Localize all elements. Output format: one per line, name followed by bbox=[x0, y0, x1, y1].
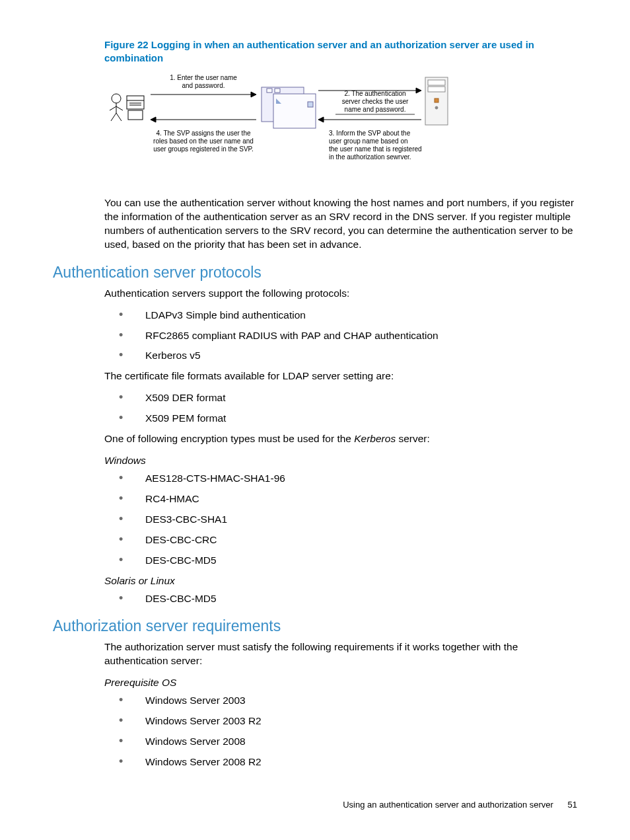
svg-rect-5 bbox=[128, 110, 143, 120]
figure-caption: Figure 22 Logging in when an authenticat… bbox=[104, 38, 577, 64]
diagram-step4-line3: user groups registered in the SVP. bbox=[153, 145, 254, 153]
diagram-svg: 1. Enter the user name and password. 2. … bbox=[104, 72, 461, 178]
diagram-step4-line2: roles based on the user name and bbox=[153, 137, 254, 145]
list-item: AES128-CTS-HMAC-SHA1-96 bbox=[104, 472, 577, 486]
windows-enc-list: AES128-CTS-HMAC-SHA1-96 RC4-HMAC DES3-CB… bbox=[104, 472, 577, 568]
list-item: RFC2865 compliant RADIUS with PAP and CH… bbox=[104, 329, 577, 343]
diagram-step3-line2: user group name based on bbox=[329, 137, 408, 145]
cert-list: X509 DER format X509 PEM format bbox=[104, 391, 577, 426]
cert-intro: The certificate file formats available f… bbox=[104, 369, 577, 383]
svg-rect-12 bbox=[267, 89, 272, 93]
protocol-list: LDAPv3 Simple bind authentication RFC286… bbox=[104, 309, 577, 363]
svg-marker-18 bbox=[416, 88, 421, 93]
list-item: Kerberos v5 bbox=[104, 349, 577, 363]
intro-paragraph: You can use the authentication server wi… bbox=[104, 196, 577, 252]
svg-rect-22 bbox=[428, 80, 445, 85]
os-list: Windows Server 2003 Windows Server 2003 … bbox=[104, 694, 577, 769]
svg-point-0 bbox=[112, 94, 121, 103]
list-item: Windows Server 2008 R2 bbox=[104, 755, 577, 769]
list-item: Windows Server 2003 bbox=[104, 694, 577, 708]
list-item: LDAPv3 Simple bind authentication bbox=[104, 309, 577, 323]
heading-auth-protocols: Authentication server protocols bbox=[53, 264, 577, 282]
svg-rect-1 bbox=[127, 96, 144, 109]
diagram-step2-line1: 2. The authentication bbox=[344, 90, 405, 97]
svg-rect-15 bbox=[308, 102, 313, 107]
list-item: DES3-CBC-SHA1 bbox=[104, 513, 577, 527]
page-number: 51 bbox=[568, 800, 577, 810]
svg-rect-13 bbox=[275, 89, 280, 93]
windows-label: Windows bbox=[104, 454, 577, 468]
heading-authz-requirements: Authorization server requirements bbox=[53, 617, 577, 635]
footer-text: Using an authentication server and autho… bbox=[343, 800, 553, 810]
list-item: DES-CBC-CRC bbox=[104, 533, 577, 547]
svg-rect-24 bbox=[435, 98, 438, 102]
list-item: Windows Server 2003 R2 bbox=[104, 714, 577, 728]
svg-marker-20 bbox=[318, 117, 324, 122]
svg-point-25 bbox=[435, 106, 438, 109]
diagram-step1-line2: and password. bbox=[182, 82, 225, 89]
prereq-os-label: Prerequisite OS bbox=[104, 676, 577, 690]
page-footer: Using an authentication server and autho… bbox=[343, 800, 577, 810]
svg-rect-23 bbox=[428, 87, 445, 92]
list-item: X509 DER format bbox=[104, 391, 577, 405]
list-item: RC4-HMAC bbox=[104, 492, 577, 506]
figure-22-diagram: 1. Enter the user name and password. 2. … bbox=[104, 72, 577, 178]
auth-protocols-intro: Authentication servers support the follo… bbox=[104, 287, 577, 301]
document-page: Figure 22 Logging in when an authenticat… bbox=[0, 0, 630, 840]
diagram-step2-line3: name and password. bbox=[345, 106, 406, 113]
unix-label: Solaris or Linux bbox=[104, 574, 577, 588]
list-item: DES-CBC-MD5 bbox=[104, 592, 577, 606]
diagram-step2-line2: server checks the user bbox=[342, 98, 409, 105]
diagram-step3-line3: the user name that is registered bbox=[329, 145, 422, 153]
authz-intro: The authorization server must satisfy th… bbox=[104, 640, 577, 668]
unix-enc-list: DES-CBC-MD5 bbox=[104, 592, 577, 606]
svg-marker-9 bbox=[151, 117, 156, 122]
svg-rect-11 bbox=[273, 94, 316, 128]
svg-marker-7 bbox=[251, 92, 256, 97]
list-item: DES-CBC-MD5 bbox=[104, 554, 577, 568]
diagram-step4-line1: 4. The SVP assigns the user the bbox=[156, 130, 250, 137]
list-item: X509 PEM format bbox=[104, 412, 577, 426]
diagram-step1-line1: 1. Enter the user name bbox=[170, 74, 237, 81]
enc-intro: One of following encryption types must b… bbox=[104, 432, 577, 446]
diagram-step3-line1: 3. Inform the SVP about the bbox=[329, 130, 411, 137]
diagram-step3-line4: in the authorization sewrver. bbox=[329, 153, 411, 161]
list-item: Windows Server 2008 bbox=[104, 735, 577, 749]
